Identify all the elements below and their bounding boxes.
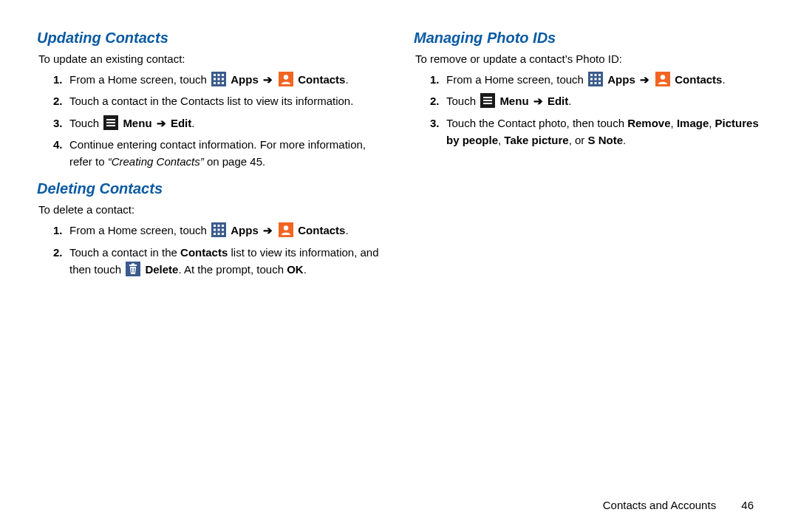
step-text: , [671,117,677,129]
label-apps: Apps [231,224,259,236]
step-text: . [623,134,626,146]
label-menu: Menu [123,117,151,129]
step-text: From a Home screen, touch [446,73,587,86]
step-text: Touch the Contact photo, then touch [446,117,627,129]
list-item: Touch a contact in the Contacts list to … [53,244,384,279]
apps-icon [588,72,603,86]
label-contacts: Contacts [298,73,345,86]
label-s-note: S Note [587,134,623,146]
step-text: From a Home screen, touch [69,73,210,86]
list-item: From a Home screen, touch Apps ➔ Contact… [430,71,761,88]
label-ok: OK [287,263,304,276]
right-column: Managing Photo IDs To remove or update a… [414,30,761,514]
label-apps: Apps [607,73,635,86]
label-take-picture: Take picture [504,134,568,146]
steps-photoids: From a Home screen, touch Apps ➔ Contact… [414,71,761,149]
list-item: Continue entering contact information. F… [53,136,384,171]
intro-photoids: To remove or update a contact’s Photo ID… [415,52,761,65]
label-contacts: Contacts [298,224,345,236]
label-contacts: Contacts [675,73,722,86]
menu-icon [103,115,118,130]
list-item: From a Home screen, touch Apps ➔ Contact… [53,71,384,88]
contacts-icon [655,72,670,86]
label-apps: Apps [231,73,259,86]
step-text: Touch [69,117,102,129]
step-text: . [304,263,307,276]
list-item: Touch a contact in the Contacts list to … [53,92,384,109]
apps-icon [211,222,226,237]
apps-icon [211,72,226,86]
heading-deleting-contacts: Deleting Contacts [37,180,384,197]
heading-updating-contacts: Updating Contacts [37,30,384,47]
step-text: From a Home screen, touch [69,224,210,236]
step-text: on page 45. [204,155,265,168]
step-text: Touch [446,95,479,107]
label-delete: Delete [145,263,178,276]
contacts-icon [279,72,293,86]
intro-deleting: To delete a contact: [38,203,384,216]
left-column: Updating Contacts To update an existing … [37,30,384,514]
list-item: From a Home screen, touch Apps ➔ Contact… [53,222,384,239]
step-text: . [568,95,571,107]
label-edit: Edit [171,117,191,129]
arrow-icon: ➔ [155,117,168,129]
step-text: . [191,117,194,129]
step-text: , or [569,134,588,146]
menu-icon [480,93,495,108]
step-text: . At the prompt, touch [178,263,287,276]
heading-managing-photo-ids: Managing Photo IDs [414,30,761,47]
label-contacts: Contacts [180,246,228,259]
list-item: Touch Menu ➔ Edit. [53,115,384,132]
arrow-icon: ➔ [532,95,545,107]
steps-deleting: From a Home screen, touch Apps ➔ Contact… [37,222,384,278]
label-edit: Edit [548,95,568,107]
steps-updating: From a Home screen, touch Apps ➔ Contact… [37,71,384,170]
contacts-icon [279,222,293,237]
page: Updating Contacts To update an existing … [0,0,798,532]
delete-icon [126,262,140,276]
page-footer: Contacts and Accounts 46 [603,499,754,511]
cross-reference: “Creating Contacts” [108,155,204,168]
list-item: Touch Menu ➔ Edit. [430,92,761,109]
page-number: 46 [741,499,754,511]
intro-updating: To update an existing contact: [38,52,384,65]
step-text: . [345,73,348,86]
label-menu: Menu [499,95,528,107]
arrow-icon: ➔ [638,73,651,86]
section-name: Contacts and Accounts [603,499,716,511]
arrow-icon: ➔ [262,224,274,236]
step-text: . [345,224,348,236]
arrow-icon: ➔ [262,73,274,86]
label-image: Image [677,117,709,129]
label-remove: Remove [627,117,670,129]
step-text: . [722,73,725,86]
list-item: Touch the Contact photo, then touch Remo… [430,115,761,149]
step-text: Touch a contact in the [69,246,180,259]
step-text: , [709,117,715,129]
